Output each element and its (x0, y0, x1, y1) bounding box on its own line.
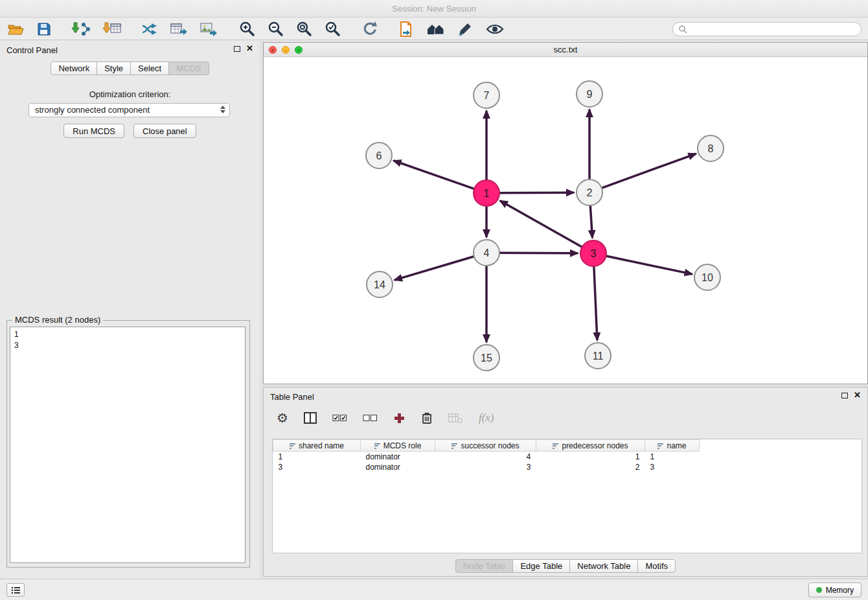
graph-node-4[interactable]: 4 (474, 240, 499, 266)
graph-edge-1-6[interactable] (394, 161, 474, 189)
mcds-result-list[interactable]: 13 (10, 327, 246, 563)
tab-network[interactable]: Network (51, 62, 97, 75)
graph-node-3[interactable]: 3 (580, 240, 606, 266)
table-cell-name[interactable]: 1 (645, 452, 700, 462)
show-hide-button[interactable] (485, 21, 505, 37)
run-mcds-button[interactable]: Run MCDS (63, 124, 124, 138)
export-table-button[interactable] (168, 20, 189, 38)
search-input[interactable] (691, 24, 856, 34)
graph-node-9[interactable]: 9 (577, 81, 602, 107)
table-tab-node-table[interactable]: Node Table (455, 559, 514, 573)
column-header-name[interactable]: name (645, 440, 700, 452)
import-table-button[interactable] (101, 19, 123, 39)
zoom-selected-button[interactable] (323, 19, 342, 39)
float-panel-icon[interactable] (234, 46, 240, 52)
minimize-window-icon[interactable]: − (282, 46, 290, 54)
save-session-button[interactable] (35, 20, 53, 38)
table-row[interactable]: 3dominator323 (273, 462, 700, 472)
zoom-out-button[interactable] (266, 19, 285, 39)
table-tab-edge-table[interactable]: Edge Table (512, 559, 570, 573)
graph-edge-3-10[interactable] (607, 256, 692, 274)
table-cell-mcds-role[interactable]: dominator (361, 462, 435, 472)
table-cell-predecessor-nodes[interactable]: 2 (536, 462, 645, 472)
float-table-panel-icon[interactable] (841, 393, 848, 398)
close-panel-button[interactable]: Close panel (133, 124, 196, 138)
tab-style[interactable]: Style (97, 62, 131, 75)
zoom-fit-button[interactable] (294, 19, 314, 39)
function-builder-button[interactable]: f(x) (477, 410, 496, 426)
graph-node-15[interactable]: 15 (474, 345, 499, 371)
svg-text:9: 9 (587, 89, 593, 100)
table-cell-mcds-role[interactable]: dominator (361, 452, 435, 462)
graph-node-2[interactable]: 2 (577, 179, 602, 205)
close-window-icon[interactable]: ✕ (269, 46, 277, 54)
open-file-icon (6, 21, 25, 37)
tab-mcds[interactable]: MCDS (168, 62, 209, 75)
graph-edge-3-11[interactable] (594, 267, 597, 340)
network-window-titlebar[interactable]: ✕ − + scc.txt (264, 43, 867, 57)
tab-select[interactable]: Select (130, 62, 169, 75)
select-all-icon (332, 413, 347, 423)
table-cell-predecessor-nodes[interactable]: 1 (536, 452, 645, 462)
graph-edge-2-3[interactable] (590, 206, 592, 237)
column-header-predecessor-nodes[interactable]: predecessor nodes (536, 440, 645, 452)
add-column-button[interactable] (392, 411, 407, 426)
close-panel-icon[interactable]: ✕ (246, 45, 253, 52)
graph-edge-4-3[interactable] (500, 253, 577, 253)
graph-edge-2-8[interactable] (602, 154, 696, 188)
graph-node-1[interactable]: 1 (474, 180, 499, 206)
list-icon (11, 586, 21, 594)
open-file-button[interactable] (5, 20, 26, 38)
export-network-button[interactable] (140, 20, 159, 38)
delete-table-button[interactable] (447, 411, 464, 425)
graph-node-6[interactable]: 6 (366, 143, 392, 168)
table-cell-shared-name[interactable]: 3 (273, 462, 361, 472)
column-header-successor-nodes[interactable]: successor nodes (435, 440, 536, 452)
table-cell-name[interactable]: 3 (645, 462, 700, 472)
network-canvas[interactable]: 7968124314101511 (264, 58, 867, 384)
table-tab-network-table[interactable]: Network Table (569, 559, 638, 573)
column-header-shared-name[interactable]: shared name (273, 440, 361, 452)
import-network-button[interactable] (70, 19, 92, 39)
delete-column-button[interactable] (420, 410, 434, 426)
table-cell-successor-nodes[interactable]: 4 (435, 452, 536, 462)
memory-label: Memory (826, 586, 854, 595)
graph-edge-4-14[interactable] (395, 257, 474, 280)
graph-node-10[interactable]: 10 (694, 264, 720, 290)
maximize-window-icon[interactable]: + (295, 46, 303, 54)
apply-style-button[interactable] (456, 20, 475, 38)
graph-edge-1-2[interactable] (500, 192, 573, 193)
table-cell-shared-name[interactable]: 1 (273, 452, 361, 462)
control-panel: Control Panel ✕ NetworkStyleSelectMCDS O… (0, 41, 260, 579)
zoom-in-button[interactable] (237, 19, 257, 39)
node-table[interactable]: shared nameMCDS rolesuccessor nodesprede… (272, 439, 862, 553)
home-button[interactable] (425, 20, 447, 38)
zoom-out-icon (267, 21, 284, 38)
zoom-group (237, 19, 342, 39)
graph-node-7[interactable]: 7 (474, 82, 499, 108)
graph-node-11[interactable]: 11 (585, 343, 611, 369)
show-columns-button[interactable] (303, 411, 318, 425)
search-box[interactable] (672, 22, 862, 36)
deselect-all-button[interactable] (361, 411, 379, 424)
svg-text:3: 3 (591, 248, 597, 259)
table-row[interactable]: 1dominator411 (273, 452, 700, 462)
table-settings-button[interactable]: ⚙ (275, 410, 290, 426)
refresh-button[interactable] (360, 19, 380, 39)
table-cell-successor-nodes[interactable]: 3 (435, 462, 536, 472)
graph-edge-3-1[interactable] (501, 201, 582, 246)
graph-node-14[interactable]: 14 (367, 271, 393, 297)
criterion-select[interactable]: strongly connected component (29, 103, 230, 117)
column-header-mcds-role[interactable]: MCDS role (361, 440, 435, 452)
close-table-panel-icon[interactable]: ✕ (854, 392, 861, 398)
control-panel-header: Control Panel ✕ (0, 41, 260, 59)
memory-button[interactable]: Memory (808, 583, 862, 597)
export-image-button[interactable] (198, 20, 219, 38)
select-all-button[interactable] (331, 411, 348, 424)
apply-style-icon (457, 21, 474, 37)
task-history-button[interactable] (6, 583, 25, 597)
graph-node-8[interactable]: 8 (698, 135, 724, 161)
table-tab-motifs[interactable]: Motifs (637, 559, 676, 573)
copy-document-button[interactable] (396, 19, 416, 39)
file-group (5, 20, 53, 38)
